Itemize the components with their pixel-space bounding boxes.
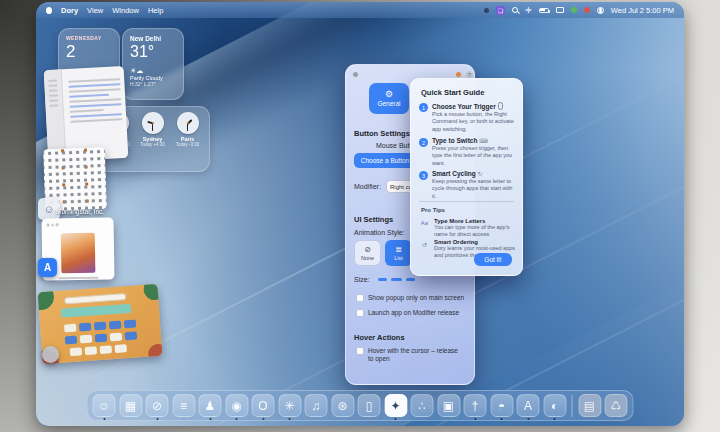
- quick-start-popover: Quick Start Guide 1 Choose Your Trigger …: [410, 78, 523, 276]
- dock-item-color-dots-app[interactable]: ∴: [411, 394, 434, 417]
- modifier-label: Modifier:: [354, 183, 381, 190]
- running-indicator-dot: [103, 418, 105, 420]
- running-indicator-dot: [289, 418, 291, 420]
- dock-item-cross-app[interactable]: †: [464, 394, 487, 417]
- plus-icon[interactable]: ✛: [525, 6, 532, 15]
- display-icon[interactable]: [556, 7, 564, 13]
- sun-behind-cloud-icon: ☀☁: [130, 67, 176, 75]
- running-indicator-dot: [156, 418, 158, 420]
- checkbox-modifier-release[interactable]: Launch app on Modifier release: [356, 309, 459, 317]
- red-status-icon[interactable]: [584, 7, 590, 13]
- popover-title: Quick Start Guide: [421, 88, 522, 97]
- pro-tips-header: Pro Tips: [421, 207, 445, 213]
- running-indicator-dot: [474, 418, 476, 420]
- none-icon: ⊘: [364, 246, 371, 254]
- segment-list[interactable]: ≣ List: [385, 240, 412, 266]
- checkbox-icon[interactable]: [356, 309, 364, 317]
- segment-none[interactable]: ⊘ None: [354, 240, 381, 266]
- size-slider[interactable]: [378, 278, 387, 281]
- music-icon: ♫: [312, 399, 321, 413]
- dock-item-app-store[interactable]: A: [517, 394, 540, 417]
- stock-widget-caption: Morningstar, Inc.: [56, 208, 104, 215]
- dock-item-music[interactable]: ♫: [305, 394, 328, 417]
- app-store-icon: A: [524, 399, 532, 413]
- dock-item-opera[interactable]: O: [252, 394, 275, 417]
- dock-item-screenshot-app[interactable]: ▣: [437, 394, 460, 417]
- dock-item-phone-mirroring[interactable]: ▯: [358, 394, 381, 417]
- dock-item-dome-app[interactable]: ◓: [490, 394, 513, 417]
- gear-icon: ⚙: [385, 90, 393, 99]
- dock-divider: [572, 395, 573, 417]
- mouse-icon: [498, 102, 503, 110]
- teams-icon: ♟: [205, 399, 216, 413]
- photo-thumbnail: [61, 232, 96, 273]
- choose-a-button[interactable]: Choose a Button: [354, 153, 416, 168]
- close-button[interactable]: [353, 72, 358, 77]
- notes-icon: ≡: [180, 399, 187, 413]
- world-clock-paris: ParisToday -3:30: [171, 112, 205, 166]
- dock-item-notes[interactable]: ≡: [172, 394, 195, 417]
- dock-item-media-wheel[interactable]: ⊛: [331, 394, 354, 417]
- user-account-icon[interactable]: [597, 7, 604, 14]
- update-indicator-dot[interactable]: [456, 72, 461, 77]
- checkbox-hover-open[interactable]: Hover with the cursor – release to open: [356, 347, 464, 364]
- weather-widget[interactable]: New Delhi 31° ☀☁ Partly Cloudy H:32° L:2…: [122, 28, 184, 100]
- app-store-badge-icon[interactable]: A: [38, 258, 57, 277]
- button-settings-header: Button Settings: [354, 129, 410, 138]
- analog-clock-icon: [142, 112, 164, 134]
- round-app-badge-icon[interactable]: [42, 346, 59, 363]
- running-indicator-dot: [209, 418, 211, 420]
- battery-icon[interactable]: [539, 8, 549, 13]
- dock-item-slack[interactable]: ✳: [278, 394, 301, 417]
- tab-general[interactable]: ⚙ General: [369, 83, 409, 114]
- dock-item-archive-utility[interactable]: ▤: [578, 394, 601, 417]
- menu-window[interactable]: Window: [112, 6, 139, 15]
- hidden-icons-dot[interactable]: [484, 8, 489, 13]
- apple-menu-icon[interactable]: [46, 7, 52, 14]
- running-indicator-dot: [501, 418, 503, 420]
- dory-menubar-icon[interactable]: ❏: [496, 6, 505, 15]
- slack-icon: ✳: [284, 399, 294, 413]
- color-dots-app-icon: ∴: [418, 399, 426, 413]
- phone-mirroring-icon: ▯: [366, 399, 373, 413]
- app-menu-dory[interactable]: Dory: [61, 6, 78, 15]
- checkbox-icon[interactable]: [356, 294, 364, 302]
- size-slider[interactable]: [391, 278, 402, 281]
- dome-app-icon: ◓: [498, 399, 505, 413]
- checkbox-icon[interactable]: [356, 347, 364, 355]
- dock-item-safari[interactable]: ⊘: [146, 394, 169, 417]
- letters-icon: Aa: [419, 220, 430, 238]
- dock-item-dory[interactable]: ✦: [384, 394, 407, 417]
- cross-app-icon: †: [472, 399, 479, 413]
- dory-icon: ✦: [390, 399, 400, 413]
- weather-city: New Delhi: [130, 35, 176, 42]
- game-search-bar: [64, 293, 126, 304]
- safari-icon: ⊘: [152, 399, 162, 413]
- world-clock-sydney: SydneyToday +4:30: [136, 112, 170, 166]
- dock-item-contrast-app[interactable]: ◐: [543, 394, 566, 417]
- menu-help[interactable]: Help: [148, 6, 163, 15]
- green-status-icon[interactable]: [571, 7, 577, 13]
- launchpad-icon: ▦: [125, 399, 136, 413]
- help-button[interactable]: ?: [466, 71, 473, 78]
- dock-item-launchpad[interactable]: ▦: [119, 394, 142, 417]
- archive-utility-icon: ▤: [584, 399, 595, 413]
- animation-style-label: Animation Style:: [354, 229, 405, 236]
- size-slider[interactable]: [406, 278, 415, 281]
- list-icon: ≣: [395, 246, 402, 254]
- dock-item-teams[interactable]: ♟: [199, 394, 222, 417]
- search-icon[interactable]: [512, 7, 518, 13]
- checkbox-main-screen[interactable]: Show popup only on main screen: [356, 294, 464, 302]
- running-indicator-dot: [554, 418, 556, 420]
- dock-item-photo-booth[interactable]: ◉: [225, 394, 248, 417]
- dock-item-finder[interactable]: ☺: [93, 394, 116, 417]
- got-it-button[interactable]: Got it!: [474, 253, 512, 266]
- dock-item-trash[interactable]: ♺: [605, 394, 628, 417]
- finder-icon: ☺: [98, 399, 110, 413]
- menu-view[interactable]: View: [87, 6, 103, 15]
- trash-icon: ♺: [611, 399, 622, 413]
- menu-bar-clock[interactable]: Wed Jul 2 5:00 PM: [611, 6, 674, 15]
- divider: [419, 201, 514, 202]
- screenshot-app-icon: ▣: [443, 399, 454, 413]
- cycle-icon: ↻: [478, 171, 483, 177]
